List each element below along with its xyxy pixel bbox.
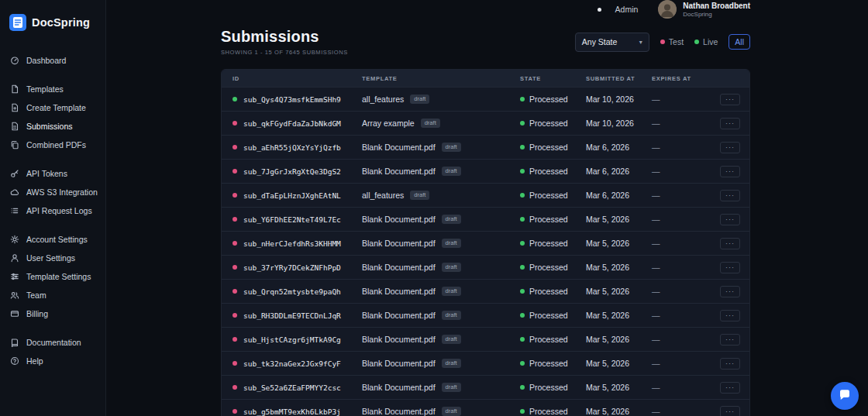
template-cell: all_featuresdraft (362, 191, 520, 200)
row-actions-cell: ··· (698, 214, 740, 225)
main-area: Admin Nathan Broadbent DocSpring Submiss… (106, 0, 868, 416)
template-cell: Blank Document.pdfdraft (362, 167, 520, 176)
row-actions-button[interactable]: ··· (720, 214, 740, 225)
sidebar-item-billing[interactable]: Billing (0, 304, 105, 323)
row-actions-button[interactable]: ··· (720, 286, 740, 297)
table-row[interactable]: sub_Qrqn52mtysbte9paQhBlank Document.pdf… (222, 279, 749, 303)
account-settings-icon (10, 235, 19, 244)
submission-id-cell: sub_dTaEpLHznJXghEAtNL (232, 191, 362, 200)
expires-at: — (652, 167, 698, 176)
template-name: Blank Document.pdf (362, 383, 436, 392)
state-cell: Processed (520, 311, 586, 320)
sidebar-item-label: User Settings (26, 253, 75, 263)
avatar[interactable] (658, 0, 677, 19)
sidebar-item-account-settings[interactable]: Account Settings (0, 230, 105, 249)
sidebar-item-help[interactable]: Help (0, 352, 105, 370)
table-row[interactable]: sub_aEhR55jQXzYsYjQzfbBlank Document.pdf… (222, 135, 749, 159)
table-row[interactable]: sub_7JgGrJxRgXtQe3DgS2Blank Document.pdf… (222, 159, 749, 183)
processed-dot-icon (520, 121, 525, 125)
draft-badge: draft (442, 215, 461, 224)
draft-badge: draft (442, 335, 461, 344)
state-cell: Processed (520, 383, 586, 392)
table-row[interactable]: sub_Se52a6ZEaFPMYY2cscBlank Document.pdf… (222, 375, 749, 399)
submission-env-dot-icon (232, 289, 237, 294)
state-cell: Processed (520, 335, 586, 344)
row-actions-button[interactable]: ··· (720, 166, 740, 177)
sidebar-item-user-settings[interactable]: User Settings (0, 249, 105, 267)
processed-dot-icon (520, 337, 525, 342)
row-actions-cell: ··· (698, 262, 740, 273)
expires-at: — (652, 239, 698, 248)
submission-env-dot-icon (232, 385, 237, 390)
row-actions-button[interactable]: ··· (720, 406, 740, 416)
sidebar-item-label: Help (26, 356, 43, 366)
live-filter-toggle[interactable]: Live (694, 37, 718, 46)
sidebar-item-template-settings[interactable]: Template Settings (0, 267, 105, 286)
processed-dot-icon (520, 97, 525, 101)
submission-id-cell: sub_7JgGrJxRgXtQe3DgS2 (232, 167, 362, 176)
submitted-at: Mar 10, 2026 (586, 119, 652, 128)
sidebar-item-team[interactable]: Team (0, 286, 105, 304)
row-actions-cell: ··· (698, 310, 740, 321)
row-actions-button[interactable]: ··· (720, 190, 740, 201)
sidebar-item-dashboard[interactable]: Dashboard (0, 51, 105, 70)
row-actions-button[interactable]: ··· (720, 382, 740, 394)
row-actions-button[interactable]: ··· (720, 334, 740, 346)
table-row[interactable]: sub_dTaEpLHznJXghEAtNLall_featuresdraftP… (222, 183, 749, 207)
state-cell: Processed (520, 359, 586, 368)
state-label: Processed (529, 407, 568, 416)
sidebar-item-combined-pdfs[interactable]: Combined PDFs (0, 136, 105, 154)
sidebar-item-api-request-logs[interactable]: API Request Logs (0, 201, 105, 220)
expires-at: — (652, 119, 698, 128)
state-filter-select[interactable]: Any State ▾ (575, 33, 649, 52)
app-window: DocSpring DashboardTemplatesCreate Templ… (0, 0, 868, 416)
sidebar-group: TemplatesCreate TemplateSubmissionsCombi… (0, 80, 105, 154)
table-row[interactable]: sub_Y6FDhEE2NteT49L7EcBlank Document.pdf… (222, 207, 749, 231)
table-row[interactable]: sub_nHerCJefdhRs3KHHMMBlank Document.pdf… (222, 231, 749, 255)
create-template-icon (10, 103, 19, 112)
status-dot (598, 8, 601, 12)
processed-dot-icon (520, 169, 525, 174)
submission-env-dot-icon (232, 241, 237, 246)
table-row[interactable]: sub_HjstCAzgr6jMTkA9CgBlank Document.pdf… (222, 327, 749, 351)
state-label: Processed (529, 239, 568, 248)
row-actions-button[interactable]: ··· (720, 358, 740, 370)
sidebar-item-templates[interactable]: Templates (0, 80, 105, 98)
draft-badge: draft (442, 383, 461, 392)
sidebar-item-label: Create Template (26, 103, 86, 112)
row-actions-button[interactable]: ··· (720, 238, 740, 249)
state-label: Processed (529, 311, 568, 320)
all-filter-button[interactable]: All (728, 34, 750, 50)
table-row[interactable]: sub_qkFGydFdaZaJbNkdGMArray exampledraft… (222, 111, 749, 135)
sidebar: DocSpring DashboardTemplatesCreate Templ… (0, 0, 106, 416)
sidebar-item-documentation[interactable]: Documentation (0, 333, 105, 352)
sidebar-item-api-tokens[interactable]: API Tokens (0, 164, 105, 183)
brand-logo[interactable]: DocSpring (0, 11, 105, 31)
table-row[interactable]: sub_37rYRy7DCekZNFhPpDBlank Document.pdf… (222, 255, 749, 279)
state-label: Processed (529, 359, 568, 368)
state-cell: Processed (520, 239, 586, 248)
documentation-icon (10, 338, 19, 347)
user-block[interactable]: Nathan Broadbent DocSpring (683, 2, 750, 18)
sidebar-item-aws-s3-integration[interactable]: AWS S3 Integration (0, 183, 105, 201)
submitted-at: Mar 6, 2026 (586, 191, 652, 200)
chat-bubble-icon (838, 388, 852, 404)
test-filter-toggle[interactable]: Test (660, 37, 684, 46)
table-row[interactable]: sub_g5bmMT9exKh6LkbP3jBlank Document.pdf… (222, 399, 749, 416)
row-actions-button[interactable]: ··· (720, 262, 740, 273)
table-row[interactable]: sub_tk32naGex2JGx9fCyFBlank Document.pdf… (222, 351, 749, 375)
row-actions-button[interactable]: ··· (720, 94, 740, 105)
state-cell: Processed (520, 143, 586, 152)
submission-id-cell: sub_Qys4Q73msfkEmmSHh9 (232, 95, 362, 104)
row-actions-button[interactable]: ··· (720, 118, 740, 129)
table-row[interactable]: sub_Qys4Q73msfkEmmSHh9all_featuresdraftP… (222, 87, 749, 111)
submission-env-dot-icon (232, 361, 237, 366)
submitted-at: Mar 5, 2026 (586, 335, 652, 344)
sidebar-item-create-template[interactable]: Create Template (0, 98, 105, 117)
sidebar-item-submissions[interactable]: Submissions (0, 117, 105, 136)
table-row[interactable]: sub_RH3DDLmE9TECDnLJqRBlank Document.pdf… (222, 303, 749, 327)
row-actions-button[interactable]: ··· (720, 142, 740, 153)
row-actions-button[interactable]: ··· (720, 310, 740, 321)
chat-widget-button[interactable] (831, 382, 859, 410)
admin-label[interactable]: Admin (615, 5, 639, 14)
